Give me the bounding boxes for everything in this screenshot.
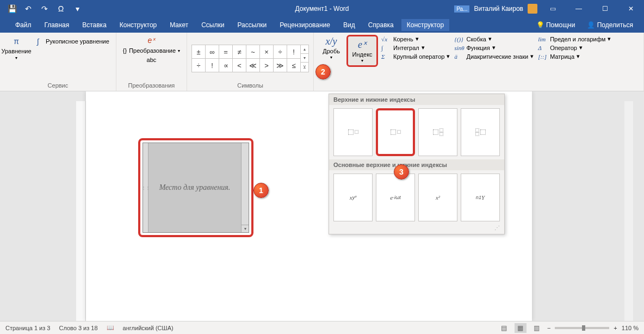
zoom-out-button[interactable]: − [547, 325, 550, 331]
status-language[interactable]: английский (США) [123, 325, 174, 331]
document-area [0, 91, 644, 321]
view-web-layout[interactable]: ▥ [531, 323, 543, 333]
diacritic-icon: ä [454, 53, 464, 60]
gallery-common-1[interactable]: e-iωt [376, 174, 415, 221]
tab-design[interactable]: Конструктор [114, 19, 162, 31]
close-button[interactable]: ✕ [620, 1, 642, 16]
transform-button[interactable]: {}Преобразование▾ [121, 46, 182, 55]
equation-placeholder-box: ⋮⋮ Место для уравнения. ▾ [138, 138, 253, 237]
sym-tilde[interactable]: ~ [246, 45, 259, 58]
operator-icon: Δ [538, 45, 548, 51]
ribbon-display-button[interactable]: ▭ [542, 1, 564, 16]
fraction-icon: x/y [326, 36, 337, 47]
sym-times[interactable]: × [260, 45, 273, 58]
gallery-common-2[interactable]: x² [418, 174, 457, 221]
save-button[interactable]: 💾 [4, 1, 20, 16]
tab-insert[interactable]: Вставка [77, 19, 112, 31]
ink-equation-button[interactable]: ∫ Рукописное уравнение [30, 35, 112, 48]
tab-mailings[interactable]: Рассылки [232, 19, 272, 31]
view-print-layout[interactable]: ▦ [515, 323, 527, 333]
title-bar: 💾 ↶ ↷ Ω ▾ Документ1 - Word Ра... Виталий… [0, 0, 644, 17]
tab-view[interactable]: Вид [338, 19, 361, 31]
tab-file[interactable]: Файл [10, 19, 37, 31]
bracket-icon: {()} [454, 36, 464, 42]
diacritic-button[interactable]: äДиакритические знаки ▾ [453, 52, 535, 60]
gallery-header-common: Основные верхние и нижние индексы [329, 159, 504, 170]
tab-help[interactable]: Справка [363, 19, 399, 31]
sym-pm[interactable]: ± [192, 45, 205, 58]
status-proofing-icon[interactable]: 📖 [107, 324, 114, 331]
equation-handle[interactable]: ⋮⋮ [143, 143, 148, 232]
sym-inf[interactable]: ∞ [206, 45, 219, 58]
ink-icon: ∫ [33, 36, 44, 47]
sym-div2[interactable]: ÷ [192, 59, 205, 72]
ruler-vertical[interactable] [76, 101, 86, 321]
fraction-button[interactable]: x/y Дробь ▾ [318, 35, 344, 61]
group-service: π Уравнение ▾ ∫ Рукописное уравнение Сер… [0, 33, 116, 91]
tab-layout[interactable]: Макет [164, 19, 194, 31]
sym-eq[interactable]: = [219, 45, 232, 58]
window-title: Документ1 - Word [295, 5, 349, 13]
maximize-button[interactable]: ☐ [594, 1, 616, 16]
large-operator-button[interactable]: ΣКрупный оператор ▾ [380, 52, 451, 60]
symbol-up[interactable]: ▴ [301, 45, 308, 54]
gallery-subscript[interactable] [376, 108, 415, 156]
zoom-slider[interactable] [555, 327, 609, 329]
equation-options-dropdown[interactable]: ▾ [242, 225, 249, 232]
annotation-marker-2: 2 [315, 64, 331, 79]
group-symbols: ± ∞ = ≠ ~ × ÷ ! ÷ ! ∝ < ≪ > ≫ ≤ [187, 33, 314, 91]
view-read-mode[interactable]: ▤ [498, 323, 510, 333]
symbol-more[interactable]: ⊻ [301, 63, 308, 72]
group-label-symbols: Символы [191, 82, 309, 90]
root-icon: √x [381, 36, 391, 42]
gallery-common-3[interactable]: n1Y [461, 174, 500, 221]
zoom-level[interactable]: 110 % [622, 325, 639, 331]
bracket-button[interactable]: {()}Скобка ▾ [453, 35, 535, 43]
minimize-button[interactable]: — [568, 1, 590, 16]
share-button[interactable]: 👤 Поделиться [581, 19, 639, 31]
user-name[interactable]: Виталий Каиров [474, 5, 523, 13]
sym-propto[interactable]: ∝ [219, 59, 232, 72]
equation-content[interactable]: Место для уравнения. [148, 143, 241, 232]
integral-button[interactable]: ∫Интеграл ▾ [380, 44, 451, 52]
sym-neq[interactable]: ≠ [233, 45, 246, 58]
gallery-presubsuper[interactable] [461, 108, 500, 156]
gallery-header-scripts: Верхние и нижние индексы [329, 94, 504, 105]
redo-button[interactable]: ↷ [37, 1, 52, 16]
tab-home[interactable]: Главная [39, 19, 75, 31]
index-button[interactable]: eˣ Индекс ▾ [349, 38, 375, 64]
sym-gg[interactable]: ≫ [274, 59, 287, 72]
user-avatar[interactable] [528, 4, 537, 14]
gallery-common-0[interactable]: xy² [333, 174, 373, 221]
gallery-subsuperscript[interactable] [418, 108, 457, 156]
sym-div[interactable]: ÷ [274, 45, 287, 58]
tab-equation-design[interactable]: Конструктор [401, 19, 449, 31]
sym-ll[interactable]: ≪ [246, 59, 259, 72]
undo-button[interactable]: ↶ [21, 1, 36, 16]
qat-dropdown[interactable]: ▾ [70, 1, 85, 16]
sym-excl[interactable]: ! [287, 45, 300, 58]
root-button[interactable]: √xКорень ▾ [380, 35, 451, 43]
sym-excl2[interactable]: ! [206, 59, 219, 72]
status-words[interactable]: Слово 3 из 18 [59, 325, 97, 331]
tab-references[interactable]: Ссылки [196, 19, 230, 31]
sym-lt[interactable]: < [233, 59, 246, 72]
equation-button[interactable]: π Уравнение ▾ [4, 35, 28, 61]
tell-me-button[interactable]: 💡 Помощни [531, 19, 581, 31]
matrix-button[interactable]: [::]Матрица ▾ [537, 52, 612, 60]
symbol-down[interactable]: ▾ [301, 54, 308, 63]
gallery-superscript[interactable] [333, 108, 373, 156]
sym-gt[interactable]: > [260, 59, 273, 72]
symbol-grid[interactable]: ± ∞ = ≠ ~ × ÷ ! ÷ ! ∝ < ≪ > ≫ ≤ [191, 45, 301, 72]
operator-button[interactable]: ΔОператор ▾ [537, 44, 612, 52]
status-page[interactable]: Страница 1 из 3 [5, 325, 50, 331]
omega-button[interactable]: Ω [53, 1, 69, 16]
limit-button[interactable]: limПредел и логарифм ▾ [537, 35, 612, 43]
tab-review[interactable]: Рецензирование [274, 19, 336, 31]
sym-le[interactable]: ≤ [287, 59, 300, 72]
function-button[interactable]: sinθФункция ▾ [453, 44, 535, 52]
gallery-resize-grip[interactable]: ⋰ [329, 225, 504, 231]
abc-button[interactable]: abc [145, 55, 159, 64]
zoom-in-button[interactable]: + [614, 325, 617, 331]
scrollbar-vertical[interactable] [624, 101, 633, 321]
